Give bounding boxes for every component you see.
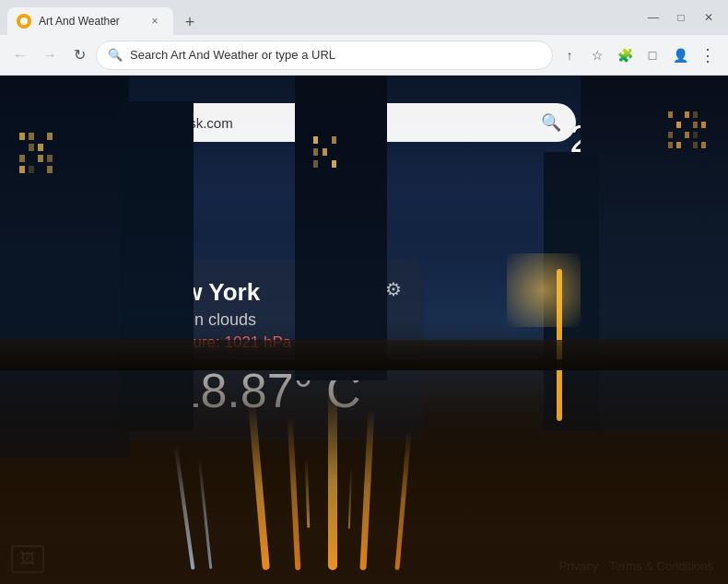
street-lamp-glow: [507, 253, 581, 327]
back-icon: ←: [13, 47, 28, 64]
minimize-button[interactable]: —: [641, 8, 665, 27]
reload-button[interactable]: ↻: [66, 42, 92, 68]
building-windows-left: [19, 133, 53, 217]
search-icon[interactable]: 🔍: [541, 112, 561, 133]
tab-title: Art And Weather: [39, 15, 140, 28]
weather-settings-icon[interactable]: ⚙: [385, 278, 402, 300]
address-bar-search-icon: 🔍: [108, 48, 123, 62]
tab-strip: Art And Weather × +: [7, 0, 634, 35]
extensions-button[interactable]: 🧩: [612, 42, 638, 68]
title-bar: Art And Weather × + — □ ✕: [0, 0, 728, 35]
address-bar[interactable]: 🔍 Search Art And Weather or type a URL: [96, 41, 553, 70]
tab-close-button[interactable]: ×: [147, 14, 162, 29]
reload-icon: ↻: [74, 46, 86, 64]
browser-action-button[interactable]: □: [640, 42, 665, 68]
profile-button[interactable]: 👤: [667, 42, 693, 68]
forward-button[interactable]: →: [37, 42, 63, 68]
navigation-bar: ← → ↻ 🔍 Search Art And Weather or type a…: [0, 35, 728, 76]
building-windows-right: [668, 111, 706, 209]
browser-content: pcrisk.com 🔍 Thu Aug 3rd 2 02 pm New Yor…: [0, 76, 728, 584]
bridge-wall: [0, 340, 728, 370]
maximize-button[interactable]: □: [669, 8, 693, 27]
tab-favicon: [17, 14, 31, 29]
share-button[interactable]: ↑: [557, 42, 582, 68]
building-center-windows: [313, 136, 336, 204]
new-tab-button[interactable]: +: [177, 9, 203, 35]
active-tab[interactable]: Art And Weather ×: [7, 7, 173, 35]
menu-button[interactable]: ⋮: [695, 42, 721, 68]
background-image: [0, 76, 728, 584]
nav-actions: ↑ ☆ 🧩 □ 👤 ⋮: [557, 42, 721, 68]
window-controls: — □ ✕: [641, 8, 721, 27]
browser-frame: Art And Weather × + — □ ✕ ← → ↻ 🔍 Search…: [0, 0, 728, 584]
forward-icon: →: [42, 47, 57, 64]
back-button[interactable]: ←: [7, 42, 33, 68]
bookmark-button[interactable]: ☆: [584, 42, 610, 68]
close-button[interactable]: ✕: [697, 8, 721, 27]
address-text: Search Art And Weather or type a URL: [130, 48, 541, 62]
